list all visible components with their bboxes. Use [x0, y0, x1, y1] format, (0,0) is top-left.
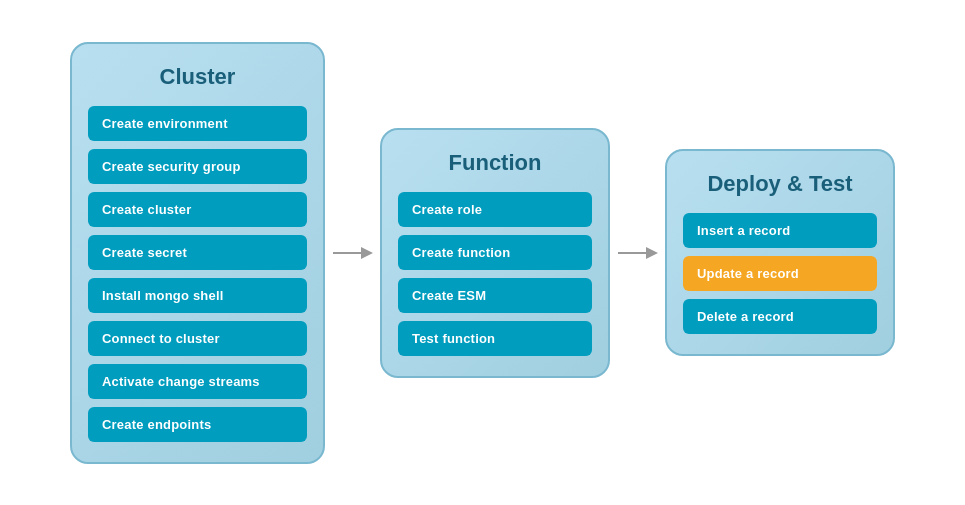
create-environment-btn[interactable]: Create environment	[88, 106, 307, 141]
function-panel: Function Create role Create function Cre…	[380, 128, 610, 378]
create-role-btn[interactable]: Create role	[398, 192, 592, 227]
diagram: Cluster Create environment Create securi…	[50, 22, 915, 484]
update-record-btn[interactable]: Update a record	[683, 256, 877, 291]
deploy-panel: Deploy & Test Insert a record Update a r…	[665, 149, 895, 356]
create-function-btn[interactable]: Create function	[398, 235, 592, 270]
activate-change-streams-btn[interactable]: Activate change streams	[88, 364, 307, 399]
arrow-icon-2	[618, 241, 658, 265]
deploy-items: Insert a record Update a record Delete a…	[683, 213, 877, 334]
svg-marker-3	[646, 247, 658, 259]
function-items: Create role Create function Create ESM T…	[398, 192, 592, 356]
insert-record-btn[interactable]: Insert a record	[683, 213, 877, 248]
create-security-group-btn[interactable]: Create security group	[88, 149, 307, 184]
arrow-1	[325, 241, 380, 265]
cluster-items: Create environment Create security group…	[88, 106, 307, 442]
install-mongo-shell-btn[interactable]: Install mongo shell	[88, 278, 307, 313]
test-function-btn[interactable]: Test function	[398, 321, 592, 356]
connect-to-cluster-btn[interactable]: Connect to cluster	[88, 321, 307, 356]
deploy-title: Deploy & Test	[707, 171, 852, 197]
create-endpoints-btn[interactable]: Create endpoints	[88, 407, 307, 442]
cluster-title: Cluster	[160, 64, 236, 90]
function-title: Function	[449, 150, 542, 176]
arrow-2	[610, 241, 665, 265]
delete-record-btn[interactable]: Delete a record	[683, 299, 877, 334]
svg-marker-1	[361, 247, 373, 259]
create-esm-btn[interactable]: Create ESM	[398, 278, 592, 313]
create-secret-btn[interactable]: Create secret	[88, 235, 307, 270]
create-cluster-btn[interactable]: Create cluster	[88, 192, 307, 227]
cluster-panel: Cluster Create environment Create securi…	[70, 42, 325, 464]
arrow-icon-1	[333, 241, 373, 265]
